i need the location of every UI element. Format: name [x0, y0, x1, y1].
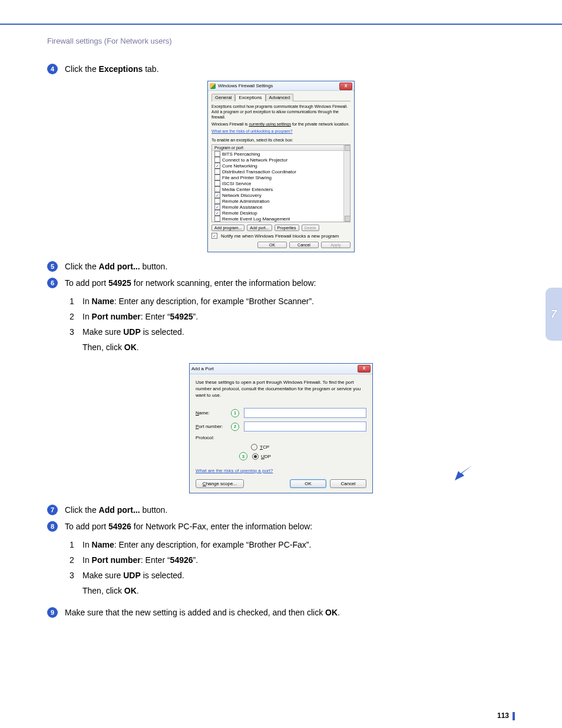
sub-num: 2: [70, 552, 82, 568]
dialog1-close-button[interactable]: X: [339, 83, 352, 90]
list-label: Media Center Extenders: [222, 187, 273, 192]
step-4-text: Click the Exceptions tab.: [65, 63, 159, 75]
checkbox-icon[interactable]: [214, 216, 220, 222]
checkbox-icon[interactable]: ✓: [214, 163, 220, 169]
dialog1-apply-button[interactable]: Apply: [321, 242, 351, 248]
step-8-sub3: 3Make sure UDP is selected.: [70, 568, 515, 583]
port-input[interactable]: [244, 421, 366, 431]
t: Make sure: [82, 571, 123, 580]
list-label: Distributed Transaction Coordinator: [222, 169, 296, 174]
name-row: Name: 1: [196, 408, 366, 418]
dialog1-risks-link[interactable]: What are the risks of unblocking a progr…: [211, 129, 292, 133]
checkbox-icon[interactable]: ✓: [214, 204, 220, 210]
dialog2-cancel-button[interactable]: Cancel: [330, 479, 366, 488]
checkbox-icon[interactable]: [214, 198, 220, 204]
dialog2-body: Use these settings to open a port throug…: [190, 374, 372, 493]
dialog1-para2: Windows Firewall is currently using sett…: [211, 121, 351, 127]
exceptions-listbox[interactable]: Program or port BITS Peercaching Connect…: [211, 144, 351, 222]
t: Then, click: [82, 586, 124, 595]
checkbox-icon[interactable]: [214, 151, 220, 157]
dialog2-title: Add a Port: [191, 366, 214, 371]
tcp-radio[interactable]: [251, 444, 257, 450]
t: In: [82, 555, 92, 565]
list-label: BITS Peercaching: [222, 151, 260, 157]
list-row[interactable]: ✓Remote Desktop: [212, 210, 350, 216]
name-input[interactable]: [244, 408, 366, 418]
proto-label: Protocol:: [196, 435, 229, 440]
tab-general[interactable]: General: [211, 94, 235, 101]
step-6-prefix: To add port: [65, 278, 108, 288]
t: ”.: [193, 555, 199, 565]
list-label: File and Printer Sharing: [222, 175, 272, 180]
checkbox-icon[interactable]: [214, 186, 220, 192]
checkbox-icon[interactable]: [214, 174, 220, 180]
list-row[interactable]: BITS Peercaching: [212, 151, 350, 157]
dialog1-button-row: Add program... Add port... Properties De…: [211, 225, 351, 231]
t: Port number: [92, 312, 141, 321]
dialog1-para2c: for the private network location.: [291, 122, 349, 126]
tcp-row: TCP: [239, 444, 366, 450]
step-6-suffix: for network scanning, enter the informat…: [131, 278, 316, 288]
dialog1-body: General Exceptions Advanced Exceptions c…: [208, 91, 354, 252]
t: : Enter “: [141, 312, 170, 321]
notify-checkbox[interactable]: ✓: [211, 233, 217, 239]
scrollbar[interactable]: [343, 145, 350, 222]
list-row[interactable]: iSCSI Service: [212, 180, 350, 186]
list-row[interactable]: Remote Event Log Management: [212, 216, 350, 222]
page-header: Firewall settings (For Network users): [47, 37, 515, 45]
circle-1-icon: 1: [231, 409, 239, 417]
dialog2-risks-link[interactable]: What are the risks of opening a port?: [196, 468, 273, 473]
step-7-bullet: 7: [47, 505, 58, 515]
step-5-bold: Add port...: [99, 262, 140, 271]
step-7: 7 Click the Add port... button.: [47, 504, 515, 516]
step-6-bullet: 6: [47, 278, 58, 288]
t: is selected.: [141, 327, 184, 337]
list-row[interactable]: Remote Administration: [212, 198, 350, 204]
step-8-bullet: 8: [47, 521, 58, 532]
list-label: Remote Desktop: [222, 210, 257, 216]
list-row[interactable]: Distributed Transaction Coordinator: [212, 169, 350, 174]
dialog1-para2b: currently using settings: [249, 122, 291, 126]
step-6-sub3: 3Make sure UDP is selected.: [70, 324, 515, 340]
checkbox-icon[interactable]: ✓: [214, 210, 220, 216]
add-port-dialog: Add a Port X Use these settings to open …: [189, 363, 373, 493]
t: : Enter “: [141, 555, 170, 565]
list-row[interactable]: ✓Network Discovery: [212, 192, 350, 198]
list-row[interactable]: Media Center Extenders: [212, 186, 350, 192]
checkbox-icon[interactable]: [214, 169, 220, 174]
circle-3-icon: 3: [239, 452, 247, 460]
list-row[interactable]: File and Printer Sharing: [212, 174, 350, 180]
dialog2-titlebar: Add a Port X: [190, 364, 372, 374]
t: ame:: [199, 410, 210, 416]
top-border: [0, 0, 562, 25]
port-row: Port number: 2: [196, 421, 366, 431]
list-row[interactable]: Connect to a Network Projector: [212, 157, 350, 163]
checkbox-icon[interactable]: [214, 157, 220, 163]
checkbox-icon[interactable]: [214, 180, 220, 186]
checkbox-icon[interactable]: ✓: [214, 192, 220, 198]
delete-button[interactable]: Delete: [302, 225, 319, 231]
t: OK: [124, 342, 137, 352]
list-label: Remote Event Log Management: [222, 216, 290, 222]
svg-marker-0: [455, 465, 472, 480]
list-row[interactable]: ✓Remote Assistance: [212, 204, 350, 210]
add-program-button[interactable]: Add program...: [211, 225, 244, 231]
step-4-suffix: tab.: [143, 64, 158, 74]
udp-radio[interactable]: [252, 453, 259, 460]
dialog2-close-button[interactable]: X: [358, 365, 371, 373]
tab-advanced[interactable]: Advanced: [266, 94, 294, 101]
dialog2-ok-button[interactable]: OK: [290, 479, 326, 488]
properties-button[interactable]: Properties: [275, 225, 299, 231]
dialog1-ok-button[interactable]: OK: [257, 242, 287, 248]
tab-exceptions[interactable]: Exceptions: [235, 94, 265, 101]
sub-text: Then, click OK.: [82, 583, 139, 598]
t: .: [338, 608, 340, 617]
add-port-button[interactable]: Add port...: [247, 225, 272, 231]
step-5-bullet: 5: [47, 261, 58, 272]
change-scope-button[interactable]: Change scope...: [196, 479, 244, 488]
t: In: [82, 297, 92, 306]
dialog1-bottom: OK Cancel Apply: [211, 239, 351, 248]
list-row[interactable]: ✓Core Networking: [212, 163, 350, 169]
sub-num: [70, 340, 82, 355]
dialog1-cancel-button[interactable]: Cancel: [289, 242, 319, 248]
